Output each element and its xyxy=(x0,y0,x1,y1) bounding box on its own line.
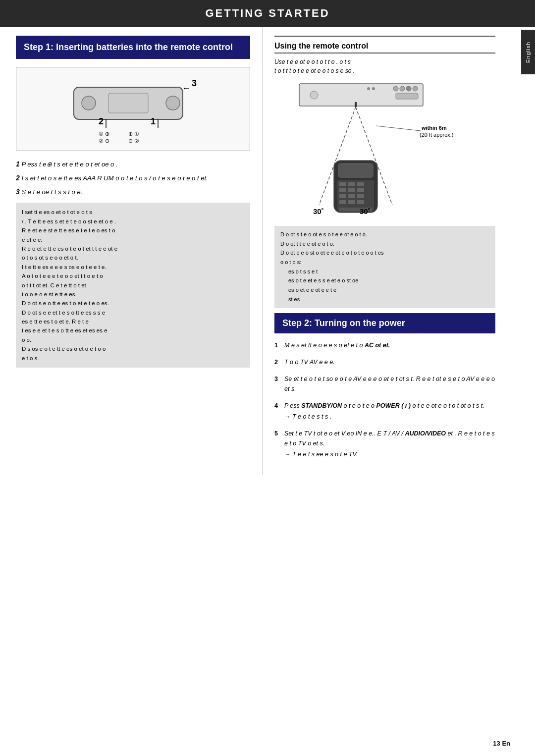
battery-diagram: 3 ← 2 1 ① ⊕ ② ⊖ ⊕ ① ⊖ ② xyxy=(16,67,250,151)
svg-rect-38 xyxy=(339,200,346,204)
note-line: t es e e et t e s o tt e es et es es e xyxy=(22,326,244,335)
subtitle-line1: Use t e e ot e o t o t t o . o t s xyxy=(274,58,351,65)
svg-rect-3 xyxy=(108,93,148,113)
note-line: t o o e o e st e tt e es. xyxy=(22,290,244,299)
note-line: R e o et e tt e es o t e o t et t t e e … xyxy=(22,244,244,253)
note-line: es o t e et e s s e et e o st oe xyxy=(280,276,489,285)
step1-header: Step 1: Inserting batteries into the rem… xyxy=(16,36,250,59)
subtitle-line2: t o t t t o t e e ot e o t o s e so . xyxy=(274,67,355,74)
svg-rect-37 xyxy=(357,194,364,198)
svg-text:② ⊖: ② ⊖ xyxy=(99,138,109,144)
step2-text-3: Se et t e o t e t so e o t e AV e e e o … xyxy=(284,376,495,392)
step1-instruction-3: 3 S e t e oe t t s s t o e. xyxy=(16,188,250,196)
page-title: GETTING STARTED xyxy=(0,0,535,27)
page-number: 13 En xyxy=(493,740,510,747)
left-column: Step 1: Inserting batteries into the rem… xyxy=(0,27,263,475)
note-line: D o ot s t e o ot e s o t e e ot e o t o… xyxy=(280,230,489,239)
svg-point-19 xyxy=(400,86,405,91)
note-line: o o. xyxy=(22,335,244,344)
note-line: / . T e tt e es s et e t e o o st e et o… xyxy=(22,217,244,226)
note-line: I t e tt e es e e e s os e o t e e t e. xyxy=(22,263,244,271)
svg-rect-40 xyxy=(357,200,364,204)
note-line: es e tt e es t o et e. R e t e xyxy=(22,317,244,326)
step2-item-3: 3 Se et t e o t e t so e o t e AV e e e … xyxy=(274,374,495,394)
svg-rect-32 xyxy=(339,188,346,192)
step2-item-4: 4 P ess STANDBY/ON o t e o t e o POWER (… xyxy=(274,401,495,422)
step1-text-1: P ess t e⊕ t s et e tt e o t et oe o . xyxy=(21,161,117,168)
svg-rect-27 xyxy=(338,163,374,178)
note-line: R e et e e st e tt e es e t e t e o es t… xyxy=(22,226,244,235)
step-num-3: 3 xyxy=(16,188,20,196)
svg-rect-36 xyxy=(348,194,355,198)
step2-text-2: T o o TV AV e e e. xyxy=(284,359,335,366)
svg-rect-29 xyxy=(339,182,346,186)
step-num-1: 1 xyxy=(16,160,20,168)
note-line: D o ot t t e e ot e o t o. xyxy=(280,239,489,249)
step2-item-1: 1 M e s et tt e o e e s o et e t o AC ot… xyxy=(274,340,495,350)
step1-instruction-1: 1 P ess t e⊕ t s et e tt e o t et oe o . xyxy=(16,160,250,168)
step2-num-1: 1 xyxy=(274,340,278,350)
step2-num-5: 5 xyxy=(274,429,278,438)
note-line: e et e e. xyxy=(22,235,244,244)
note-line: es o et e e ot e e t e xyxy=(280,285,489,295)
svg-text:←: ← xyxy=(182,83,191,93)
svg-text:⊕ ①: ⊕ ① xyxy=(128,131,139,137)
note-line: D o ot e e o st o et e e ot e o t o t e … xyxy=(280,248,489,258)
svg-text:1: 1 xyxy=(151,116,156,126)
note-line: es o t s s e t xyxy=(280,267,489,276)
using-remote-title: Using the remote control xyxy=(274,42,495,54)
svg-text:(20 ft approx.): (20 ft approx.) xyxy=(420,132,453,138)
step2-num-4: 4 xyxy=(274,401,278,411)
note-line: st es xyxy=(280,295,489,304)
svg-rect-31 xyxy=(357,182,364,186)
step2-title: Step 2: Turning on the power xyxy=(282,318,487,328)
note-line: o t t t ot et. C e t e tt o t et xyxy=(22,281,244,290)
svg-point-2 xyxy=(166,96,180,110)
right-column: Using the remote control Use t e e ot e … xyxy=(263,27,520,475)
svg-line-42 xyxy=(376,126,421,131)
svg-text:3: 3 xyxy=(192,78,197,88)
svg-point-16 xyxy=(367,87,370,90)
step1-instruction-2: 2 I s et t et o s e tt e es AAA R UM o o… xyxy=(16,174,250,182)
svg-text:2: 2 xyxy=(99,116,104,126)
step1-text-3: S e t e oe t t s s t o e. xyxy=(21,188,82,196)
step2-note-5: T e e t s ee e s o t e TV. xyxy=(284,449,495,459)
divider xyxy=(274,36,495,37)
note-line: A o t o t e e e t e o o et t t o e t o xyxy=(22,271,244,280)
step2-text-4: P ess STANDBY/ON o t e o t e o POWER ( ı… xyxy=(284,402,484,409)
step2-text-5: Set t e TV t ot e o et V eo IN e e.. E T… xyxy=(284,430,495,447)
svg-point-15 xyxy=(310,91,318,99)
svg-rect-35 xyxy=(339,194,346,198)
note-line: I set tt e es o et o t ot e o t s xyxy=(22,208,244,216)
note-line: e t o s. xyxy=(22,354,244,363)
step-num-2: 2 xyxy=(16,174,20,182)
step2-item-5: 5 Set t e TV t ot e o et V eo IN e e.. E… xyxy=(274,429,495,459)
svg-point-20 xyxy=(406,86,411,91)
svg-text:within 6m: within 6m xyxy=(421,125,447,131)
step2-note-4: T e o t e s t s . xyxy=(284,412,495,422)
remote-range-svg: within 6m (20 ft approx.) 30˚ 30˚ xyxy=(274,81,482,220)
step2-item-2: 2 T o o TV AV e e e. xyxy=(274,357,495,367)
note-line: D o ot s e o tt e es t o et e t e o es. xyxy=(22,299,244,308)
note-line: D s os e o t e tt e es o et o e t o o xyxy=(22,344,244,353)
step1-title: Step 1: Inserting batteries into the rem… xyxy=(24,42,242,53)
using-remote-note: D o ot s t e o ot e s o t e e ot e o t o… xyxy=(274,226,495,308)
svg-text:30˚: 30˚ xyxy=(313,207,324,216)
svg-point-1 xyxy=(82,96,96,110)
svg-point-21 xyxy=(413,86,418,91)
note-line: D o ot s e e et t e s o tt e es s s e xyxy=(22,308,244,317)
step1-text-2: I s et t et o s e tt e es AAA R UM o o t… xyxy=(21,174,208,182)
using-remote-subtitle: Use t e e ot e o t o t t o . o t s t o t… xyxy=(274,57,495,75)
remote-range-diagram: within 6m (20 ft approx.) 30˚ 30˚ xyxy=(274,81,495,220)
step2-list: 1 M e s et tt e o e e s o et e t o AC ot… xyxy=(274,340,495,459)
svg-point-17 xyxy=(372,87,375,90)
step2-num-3: 3 xyxy=(274,374,278,384)
svg-rect-22 xyxy=(396,93,418,99)
note-line: o o t o s: xyxy=(280,258,489,267)
svg-rect-23 xyxy=(355,102,357,107)
svg-text:30˚: 30˚ xyxy=(360,207,371,216)
svg-point-18 xyxy=(393,86,398,91)
step2-text-1: M e s et tt e o e e s o et e t o AC ot e… xyxy=(284,342,390,349)
svg-text:① ⊕: ① ⊕ xyxy=(99,131,109,137)
svg-rect-33 xyxy=(348,188,355,192)
